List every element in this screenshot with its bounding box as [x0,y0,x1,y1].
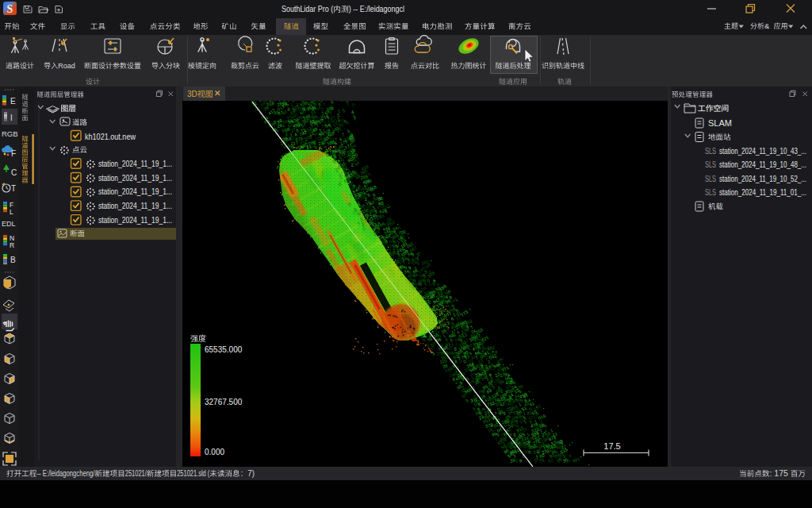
svg-text:E: E [10,97,16,106]
svg-text:) -- E:/leidagongcl: ) -- E:/leidagongcl [349,4,404,13]
svg-text:5: 5 [342,108,347,114]
svg-text:station_2024_11_19_1...: station_2024_11_19_1... [98,159,172,168]
svg-text:SLS: SLS [705,188,716,197]
svg-text:F: F [11,149,16,158]
svg-text:: 175: : 175 [770,468,789,478]
svg-text:941: 941 [572,456,580,464]
svg-text:station_2024_11_19_1...: station_2024_11_19_1... [98,173,172,183]
svg-text:S: S [7,3,13,15]
svg-text:8: 8 [450,337,454,343]
svg-text:4: 4 [339,98,344,103]
svg-text:6: 6 [367,192,371,198]
svg-text:62: 62 [548,458,554,464]
svg-text:station_2024_11_19_1...: station_2024_11_19_1... [98,201,172,210]
svg-text:kh1021.out.new: kh1021.out.new [85,132,136,141]
svg-text:RGB: RGB [2,129,18,138]
svg-text:3D: 3D [187,90,197,98]
svg-text:32767.500: 32767.500 [205,398,243,406]
svg-text:SLS: SLS [705,160,716,169]
svg-text:SLS: SLS [705,147,716,156]
svg-text:66: 66 [412,272,419,279]
svg-text:SLS: SLS [705,175,716,183]
svg-text:SLAM: SLAM [708,118,732,128]
svg-text:9: 9 [543,423,547,429]
svg-text:EDL: EDL [2,220,16,228]
svg-text:Road: Road [58,62,75,70]
svg-text:L: L [10,208,13,216]
svg-text:7: 7 [322,102,327,107]
svg-text:0.000: 0.000 [205,448,224,456]
svg-text:7): 7) [247,468,255,478]
svg-text:71: 71 [538,457,545,464]
svg-text:773: 773 [460,310,469,318]
svg-text:R: R [10,241,14,249]
svg-text:6: 6 [384,209,388,214]
svg-text:1: 1 [346,120,350,125]
svg-text:station_2024_11_19_11_01_...: station_2024_11_19_11_01_... [719,187,806,197]
svg-text:-- E:/leidagongcheng/: -- E:/leidagongcheng/ [36,468,94,478]
svg-text:9: 9 [465,398,469,403]
svg-text:2: 2 [416,260,420,266]
svg-text:0: 0 [528,449,532,455]
svg-text:251021.sld (: 251021.sld ( [177,468,209,478]
svg-text:T: T [11,184,16,193]
svg-text:6: 6 [515,458,518,464]
svg-text:station_2024_11_19_10_48_...: station_2024_11_19_10_48_... [719,160,806,169]
svg-text:station_2024_11_19_1...: station_2024_11_19_1... [98,187,172,196]
svg-text:0: 0 [351,102,356,108]
svg-text:station_2024_11_19_10_43_...: station_2024_11_19_10_43_... [719,146,806,156]
svg-text:17.5: 17.5 [603,441,620,451]
svg-text:8: 8 [519,458,523,464]
svg-text:&: & [764,21,770,30]
svg-text:station_2024_11_19_1...: station_2024_11_19_1... [98,215,172,225]
svg-text:B: B [10,256,16,264]
svg-text:C: C [11,168,17,177]
svg-text:SouthLidar Pro (: SouthLidar Pro ( [282,4,334,13]
svg-text:I: I [10,114,13,122]
svg-text:5: 5 [567,458,571,464]
svg-text:65535.000: 65535.000 [205,345,243,354]
svg-text:251021/: 251021/ [125,468,147,478]
svg-text:station_2024_11_19_10_52_...: station_2024_11_19_10_52_... [719,174,806,183]
